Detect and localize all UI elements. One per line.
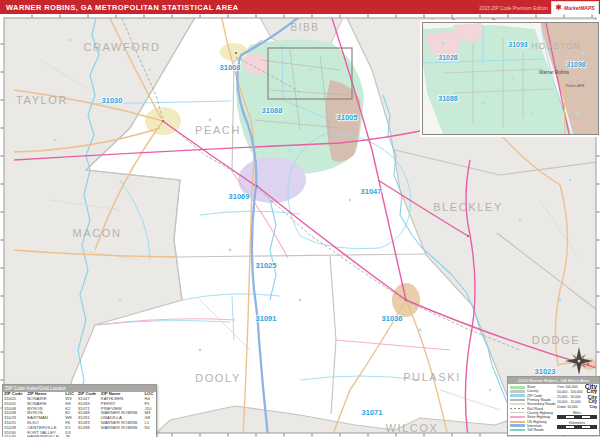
logo-text: MarketMAPS <box>564 5 595 11</box>
zip-index-panel: ZIP Code Index/Grid Locator ZIP CodeZIP … <box>2 384 157 437</box>
legend-swatch <box>510 399 525 401</box>
city-class-range: Over 100,000 <box>557 385 578 389</box>
legend-item-label: Toll Roads <box>527 428 544 432</box>
edition-label: 2023 ZIP Code Premium Edition <box>479 6 548 11</box>
legend-swatch <box>510 386 525 389</box>
legend-swatch <box>510 408 525 409</box>
scale-bar: Kilometers <box>557 421 597 429</box>
inset-map: 31028 31093 31098 31088 HOUSTON Warner R… <box>422 22 599 135</box>
publisher-logo: ✱ MarketMAPS <box>551 1 599 15</box>
title-bar: WARNER ROBINS, GA METROPOLITAN STATISTIC… <box>0 0 600 14</box>
city-class-range: 25,000 - 50,000 <box>557 395 581 399</box>
city-class-range: Under 10,000 <box>557 405 578 409</box>
legend-swatch <box>510 403 525 405</box>
legend-line-item: Toll Roads <box>510 428 557 432</box>
scale-bar: Miles <box>557 411 597 419</box>
legend-swatch <box>510 412 525 413</box>
page-title: WARNER ROBINS, GA METROPOLITAN STATISTIC… <box>6 3 239 12</box>
legend-swatch <box>510 390 525 393</box>
map-legend: 2023 Warner Robins, GA Metro Area StateC… <box>507 376 600 436</box>
legend-swatch <box>510 394 525 397</box>
legend-scales: MilesKilometers <box>557 411 597 429</box>
scale-bar-graphic <box>557 425 597 429</box>
zip-index-body: 31005BONAIREW331047KATHLEENH431005BONAIR… <box>3 397 156 437</box>
compass-rose-icon <box>565 347 593 375</box>
map-product-screen: WARNER ROBINS, GA METROPOLITAN STATISTIC… <box>0 0 600 437</box>
legend-swatch <box>510 429 525 431</box>
legend-swatch <box>510 421 525 423</box>
inset-canvas <box>423 23 598 134</box>
scale-bar-graphic <box>557 415 597 419</box>
byron-urban-area <box>220 43 248 61</box>
legend-lines: StateCountyZIP CodePrimary RoadsSecondar… <box>510 385 557 432</box>
legend-city-classes: Over 100,000City50,000 - 100,000City25,0… <box>557 385 597 409</box>
legend-swatch <box>510 424 525 427</box>
city-class-sample: City <box>589 405 597 409</box>
legend-swatch <box>510 416 525 418</box>
city-class-range: 10,000 - 25,000 <box>557 400 581 404</box>
zip-index-table: ZIP CodeZIP NameLOCZIP CodeZIP NameLOC 3… <box>3 392 156 437</box>
legend-city-class: Under 10,000City <box>557 404 597 409</box>
logo-star-icon: ✱ <box>555 4 562 12</box>
city-class-range: 50,000 - 100,000 <box>557 390 583 394</box>
